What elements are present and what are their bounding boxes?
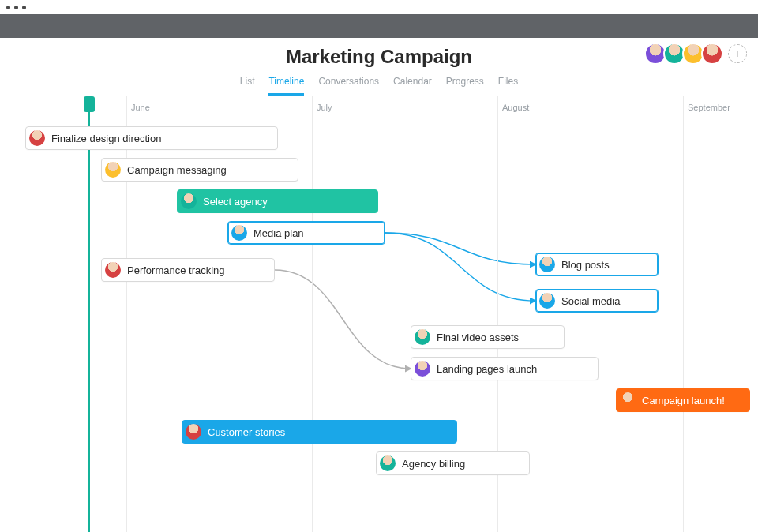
timeline-view[interactable]: JuneJulyAugustSeptemberFinalize design d…: [0, 96, 758, 532]
task-label: Media plan: [253, 227, 304, 239]
assignee-avatar[interactable]: [105, 262, 121, 278]
tab-calendar[interactable]: Calendar: [393, 76, 432, 96]
dependency-arrow: [385, 233, 535, 264]
window-dot: [22, 6, 26, 9]
month-label: June: [131, 103, 150, 112]
view-tabs: List Timeline Conversations Calendar Pro…: [0, 76, 758, 96]
task-label: Campaign launch!: [642, 395, 725, 406]
task-label: Blog posts: [561, 259, 610, 271]
month-label: August: [502, 103, 529, 112]
month-gridline: [683, 96, 684, 532]
window-chrome: [0, 0, 758, 14]
task-bar-select-agency[interactable]: Select agency: [177, 189, 378, 213]
plus-icon: +: [734, 48, 741, 59]
task-label: Agency billing: [402, 458, 465, 470]
assignee-avatar[interactable]: [181, 193, 197, 209]
task-bar-blog-posts[interactable]: Blog posts: [535, 253, 659, 276]
task-label: Finalize design direction: [51, 133, 161, 144]
task-bar-finalize-design[interactable]: Finalize design direction: [25, 126, 278, 150]
task-label: Final video assets: [437, 332, 519, 343]
task-label: Landing pages launch: [437, 363, 537, 375]
task-bar-social-media[interactable]: Social media: [535, 289, 659, 313]
window-dot: [6, 6, 10, 9]
dependency-arrow: [275, 270, 411, 369]
assignee-avatar[interactable]: [105, 162, 121, 178]
task-bar-performance-tracking[interactable]: Performance tracking: [101, 258, 275, 282]
add-member-button[interactable]: +: [728, 44, 747, 63]
task-bar-campaign-messaging[interactable]: Campaign messaging: [101, 158, 298, 182]
tab-timeline[interactable]: Timeline: [268, 76, 304, 96]
assignee-avatar[interactable]: [620, 392, 636, 408]
tab-progress[interactable]: Progress: [446, 76, 484, 96]
today-handle[interactable]: [84, 96, 95, 112]
project-members: +: [644, 43, 747, 65]
task-label: Customer stories: [208, 426, 285, 438]
task-label: Social media: [561, 295, 620, 307]
task-label: Select agency: [203, 196, 268, 208]
task-bar-campaign-launch[interactable]: Campaign launch!: [616, 388, 750, 412]
dependency-arrow: [385, 233, 535, 301]
task-bar-customer-stories[interactable]: Customer stories: [182, 420, 457, 444]
month-label: September: [688, 103, 730, 112]
assignee-avatar[interactable]: [415, 361, 430, 377]
task-label: Campaign messaging: [127, 164, 227, 176]
task-bar-agency-billing[interactable]: Agency billing: [376, 451, 530, 475]
assignee-avatar[interactable]: [380, 455, 396, 471]
tab-files[interactable]: Files: [498, 76, 518, 96]
assignee-avatar[interactable]: [231, 225, 247, 241]
month-gridline: [312, 96, 313, 532]
task-bar-media-plan[interactable]: Media plan: [227, 221, 385, 245]
today-line: [88, 96, 90, 532]
task-bar-landing-pages[interactable]: Landing pages launch: [411, 357, 599, 380]
task-label: Performance tracking: [127, 264, 225, 276]
month-label: July: [317, 103, 332, 112]
assignee-avatar[interactable]: [539, 257, 555, 272]
assignee-avatar[interactable]: [539, 293, 555, 309]
window-toolbar-band: [0, 14, 758, 38]
task-bar-final-video[interactable]: Final video assets: [411, 325, 565, 349]
member-avatar[interactable]: [701, 43, 723, 65]
assignee-avatar[interactable]: [415, 329, 430, 345]
assignee-avatar[interactable]: [29, 130, 45, 146]
project-header: Marketing Campaign + List Timeline Conve…: [0, 38, 758, 96]
window-dot: [14, 6, 18, 9]
tab-list[interactable]: List: [240, 76, 255, 96]
tab-conversations[interactable]: Conversations: [318, 76, 379, 96]
assignee-avatar[interactable]: [186, 424, 201, 440]
